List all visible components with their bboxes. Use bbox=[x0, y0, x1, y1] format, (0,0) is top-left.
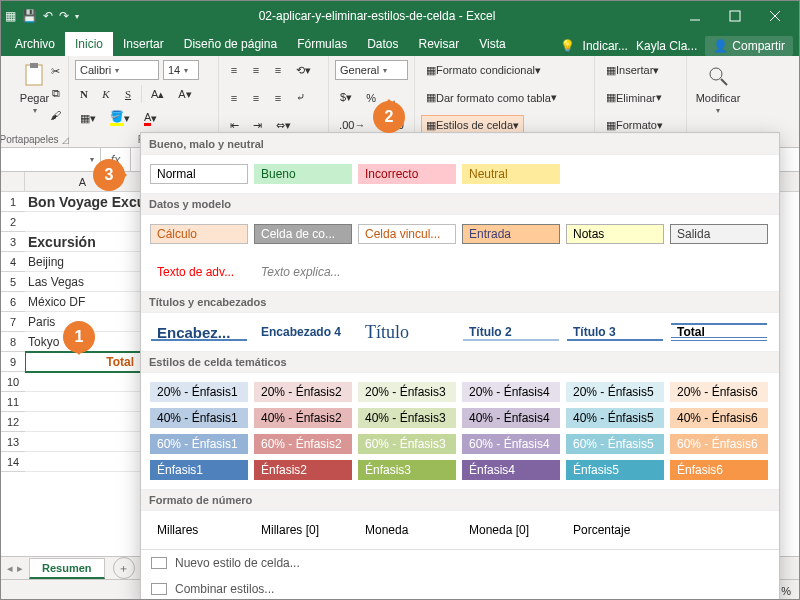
cell-A10[interactable] bbox=[25, 372, 141, 392]
style-swatch[interactable]: Moneda [0] bbox=[462, 520, 560, 540]
style-swatch[interactable]: 20% - Énfasis2 bbox=[254, 382, 352, 402]
tab-vista[interactable]: Vista bbox=[469, 32, 515, 56]
style-swatch[interactable]: Énfasis5 bbox=[566, 460, 664, 480]
grow-font-icon[interactable]: A▴ bbox=[146, 84, 169, 104]
tell-me-icon[interactable]: 💡 bbox=[560, 39, 575, 53]
save-icon[interactable]: 💾 bbox=[22, 9, 37, 23]
cell-A12[interactable] bbox=[25, 412, 141, 432]
cell-A11[interactable] bbox=[25, 392, 141, 412]
style-swatch[interactable]: 40% - Énfasis5 bbox=[566, 408, 664, 428]
align-center-icon[interactable]: ≡ bbox=[247, 88, 265, 108]
row-header[interactable]: 8 bbox=[1, 332, 25, 352]
redo-icon[interactable]: ↷ bbox=[59, 9, 69, 23]
italic-button[interactable]: K bbox=[97, 84, 115, 104]
style-swatch[interactable]: 60% - Énfasis3 bbox=[358, 434, 456, 454]
style-swatch[interactable]: Total bbox=[670, 322, 768, 342]
underline-button[interactable]: S bbox=[119, 84, 137, 104]
orientation-icon[interactable]: ⟲▾ bbox=[291, 60, 316, 80]
sheet-tab[interactable]: Resumen bbox=[29, 558, 105, 579]
cell-A6[interactable]: México DF bbox=[25, 292, 141, 312]
style-swatch[interactable]: 40% - Énfasis2 bbox=[254, 408, 352, 428]
row-header[interactable]: 1 bbox=[1, 192, 25, 212]
style-swatch[interactable]: Título 3 bbox=[566, 322, 664, 342]
cell-A3[interactable]: Excursión bbox=[25, 232, 141, 252]
font-color-icon[interactable]: A▾ bbox=[139, 108, 162, 128]
tab-diseño-de-página[interactable]: Diseño de página bbox=[174, 32, 287, 56]
qat-dropdown-icon[interactable]: ▾ bbox=[75, 12, 79, 21]
tab-fórmulas[interactable]: Fórmulas bbox=[287, 32, 357, 56]
style-swatch[interactable]: Énfasis1 bbox=[150, 460, 248, 480]
style-swatch[interactable]: 40% - Énfasis1 bbox=[150, 408, 248, 428]
tab-insertar[interactable]: Insertar bbox=[113, 32, 174, 56]
style-swatch[interactable]: Énfasis4 bbox=[462, 460, 560, 480]
align-left-icon[interactable]: ≡ bbox=[225, 88, 243, 108]
format-painter-icon[interactable]: 🖌 bbox=[45, 105, 66, 125]
style-swatch[interactable]: Énfasis2 bbox=[254, 460, 352, 480]
style-swatch[interactable]: Título 2 bbox=[462, 322, 560, 342]
style-swatch[interactable]: Cálculo bbox=[150, 224, 248, 244]
delete-cells-button[interactable]: ▦ Eliminar ▾ bbox=[601, 88, 667, 108]
fill-color-icon[interactable]: 🪣▾ bbox=[105, 108, 135, 128]
style-swatch[interactable]: Título bbox=[358, 322, 456, 342]
style-swatch[interactable]: 60% - Énfasis5 bbox=[566, 434, 664, 454]
editing-button[interactable]: Modificar ▾ bbox=[693, 60, 743, 117]
style-swatch[interactable]: Texto de adv... bbox=[150, 262, 248, 282]
cell-A2[interactable] bbox=[25, 212, 141, 232]
style-swatch[interactable]: Celda de co... bbox=[254, 224, 352, 244]
add-sheet-button[interactable]: ＋ bbox=[113, 557, 135, 579]
row-header[interactable]: 3 bbox=[1, 232, 25, 252]
insert-cells-button[interactable]: ▦ Insertar ▾ bbox=[601, 60, 664, 80]
row-header[interactable]: 4 bbox=[1, 252, 25, 272]
style-swatch[interactable]: 20% - Énfasis4 bbox=[462, 382, 560, 402]
share-button[interactable]: 👤 Compartir bbox=[705, 36, 793, 56]
style-swatch[interactable]: Normal bbox=[150, 164, 248, 184]
row-header[interactable]: 5 bbox=[1, 272, 25, 292]
align-top-icon[interactable]: ≡ bbox=[225, 60, 243, 80]
style-swatch[interactable]: Texto explica... bbox=[254, 262, 352, 282]
borders-icon[interactable]: ▦▾ bbox=[75, 108, 101, 128]
gallery-footer-item[interactable]: Combinar estilos... bbox=[141, 576, 779, 600]
style-swatch[interactable]: Encabezado 4 bbox=[254, 322, 352, 342]
format-as-table-button[interactable]: ▦ Dar formato como tabla ▾ bbox=[421, 88, 562, 108]
cell-A13[interactable] bbox=[25, 432, 141, 452]
style-swatch[interactable]: 20% - Énfasis6 bbox=[670, 382, 768, 402]
number-format-combo[interactable]: General▾ bbox=[335, 60, 408, 80]
tab-inicio[interactable]: Inicio bbox=[65, 32, 113, 56]
undo-icon[interactable]: ↶ bbox=[43, 9, 53, 23]
row-header[interactable]: 11 bbox=[1, 392, 25, 412]
sheet-nav-next-icon[interactable]: ▸ bbox=[17, 562, 23, 575]
style-swatch[interactable]: Moneda bbox=[358, 520, 456, 540]
style-swatch[interactable]: Énfasis3 bbox=[358, 460, 456, 480]
row-header[interactable]: 9 bbox=[1, 352, 25, 372]
tab-datos[interactable]: Datos bbox=[357, 32, 408, 56]
wrap-text-icon[interactable]: ⤶ bbox=[291, 88, 310, 108]
name-box[interactable]: ▾ bbox=[1, 148, 101, 171]
align-bottom-icon[interactable]: ≡ bbox=[269, 60, 287, 80]
style-swatch[interactable]: 60% - Énfasis6 bbox=[670, 434, 768, 454]
font-size-combo[interactable]: 14▾ bbox=[163, 60, 199, 80]
cell-A4[interactable]: Beijing bbox=[25, 252, 141, 272]
select-all-corner[interactable] bbox=[1, 172, 25, 192]
style-swatch[interactable]: 40% - Énfasis4 bbox=[462, 408, 560, 428]
user-name[interactable]: Kayla Cla... bbox=[636, 39, 697, 53]
tab-revisar[interactable]: Revisar bbox=[409, 32, 470, 56]
minimize-button[interactable] bbox=[675, 1, 715, 31]
style-swatch[interactable]: Millares bbox=[150, 520, 248, 540]
style-swatch[interactable]: Notas bbox=[566, 224, 664, 244]
style-swatch[interactable]: Celda vincul... bbox=[358, 224, 456, 244]
style-swatch[interactable]: 20% - Énfasis5 bbox=[566, 382, 664, 402]
cell-A5[interactable]: Las Vegas bbox=[25, 272, 141, 292]
tab-archivo[interactable]: Archivo bbox=[5, 32, 65, 56]
style-swatch[interactable]: Porcentaje bbox=[566, 520, 664, 540]
style-swatch[interactable]: Énfasis6 bbox=[670, 460, 768, 480]
sheet-nav-prev-icon[interactable]: ◂ bbox=[7, 562, 13, 575]
style-swatch[interactable]: Salida bbox=[670, 224, 768, 244]
cell-A14[interactable] bbox=[25, 452, 141, 472]
row-header[interactable]: 10 bbox=[1, 372, 25, 392]
align-right-icon[interactable]: ≡ bbox=[269, 88, 287, 108]
gallery-footer-item[interactable]: Nuevo estilo de celda... bbox=[141, 550, 779, 576]
close-button[interactable] bbox=[755, 1, 795, 31]
row-header[interactable]: 13 bbox=[1, 432, 25, 452]
style-swatch[interactable]: 40% - Énfasis3 bbox=[358, 408, 456, 428]
conditional-format-button[interactable]: ▦ Formato condicional ▾ bbox=[421, 60, 546, 80]
